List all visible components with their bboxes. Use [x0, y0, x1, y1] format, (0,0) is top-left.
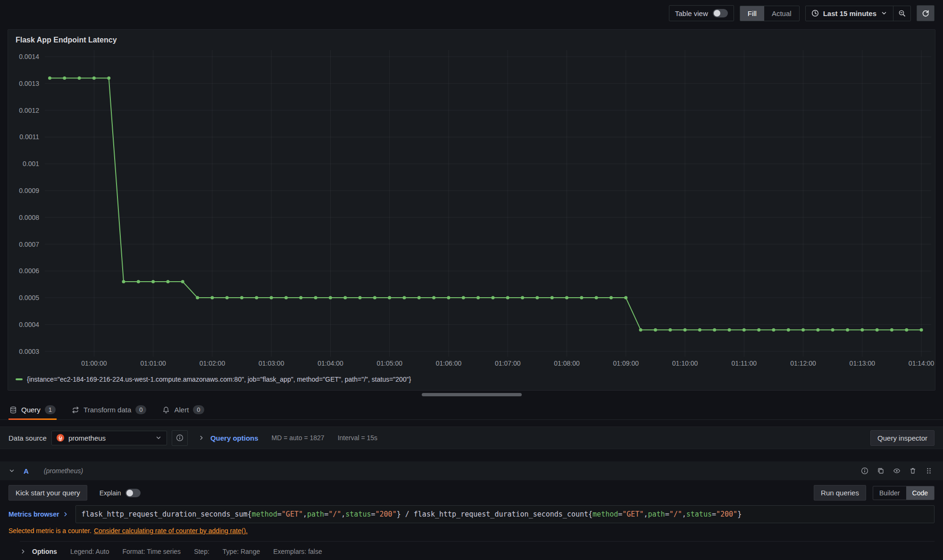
options-summary-item: Legend: Auto — [70, 548, 109, 555]
x-axis-tick-label: 01:05:00 — [376, 359, 402, 367]
tab-query[interactable]: Query 1 — [8, 400, 57, 419]
promql-token: { — [588, 510, 593, 518]
y-axis-tick-label: 0.0012 — [19, 107, 39, 114]
x-axis-tick-label: 01:11:00 — [732, 359, 757, 367]
hide-query-icon[interactable] — [893, 467, 901, 475]
y-axis: 0.00140.00130.00120.00110.0010.00090.000… — [8, 50, 45, 357]
y-axis-tick-label: 0.0008 — [19, 214, 39, 221]
table-view-control: Table view — [669, 5, 734, 21]
y-axis-tick-label: 0.0009 — [19, 187, 39, 194]
editor-tabs: Query 1 Transform data 0 Alert 0 — [0, 400, 943, 420]
duplicate-query-icon[interactable] — [877, 467, 885, 475]
chart-legend[interactable]: {instance="ec2-184-169-216-224.us-west-1… — [8, 371, 935, 383]
tab-alert[interactable]: Alert 0 — [161, 400, 205, 419]
y-axis-tick-label: 0.0006 — [19, 267, 39, 275]
tab-transform-data[interactable]: Transform data 0 — [71, 400, 147, 419]
promql-token: , — [303, 510, 307, 518]
zoom-out-icon — [898, 9, 906, 17]
query-options-toggle[interactable]: Query options MD = auto = 1827 Interval … — [198, 434, 377, 442]
options-summary: Legend: AutoFormat: Time seriesStep:Type… — [57, 548, 322, 555]
x-axis-tick-label: 01:01:00 — [140, 359, 166, 367]
query-datasource-hint: (prometheus) — [44, 467, 83, 475]
time-range-label: Last 15 minutes — [823, 9, 876, 17]
options-summary-item: Format: Time series — [122, 548, 181, 555]
code-button[interactable]: Code — [906, 486, 934, 500]
promql-token: = — [665, 510, 669, 518]
refresh-button[interactable] — [917, 5, 935, 21]
query-help-icon[interactable] — [861, 467, 868, 475]
x-axis-tick-label: 01:03:00 — [259, 359, 284, 367]
counter-warning: Selected metric is a counter.Consider ca… — [8, 527, 935, 535]
promql-token: } — [397, 510, 401, 518]
delete-query-icon[interactable] — [909, 467, 917, 475]
tab-alert-badge: 0 — [193, 405, 204, 414]
query-expression-input[interactable]: flask_http_request_duration_seconds_sum{… — [75, 505, 935, 523]
series-legend-label[interactable]: {instance="ec2-184-169-216-224.us-west-1… — [27, 376, 411, 383]
options-summary-item: Step: — [194, 548, 209, 555]
query-options-row[interactable]: Options Legend: AutoFormat: Time seriesS… — [20, 541, 935, 555]
promql-token: status — [345, 510, 371, 518]
promql-token: = — [277, 510, 282, 518]
chevron-down-icon — [155, 435, 162, 441]
actual-button[interactable]: Actual — [764, 6, 799, 21]
tab-query-label: Query — [21, 406, 41, 414]
promql-token: = — [618, 510, 622, 518]
options-label[interactable]: Options — [32, 548, 57, 555]
chevron-down-icon — [881, 10, 887, 17]
x-axis-tick-label: 01:10:00 — [672, 359, 698, 367]
database-icon — [9, 406, 17, 414]
kick-start-query-button[interactable]: Kick start your query — [8, 485, 87, 501]
plot-region[interactable] — [45, 50, 931, 357]
table-view-toggle[interactable] — [713, 9, 728, 17]
tab-query-badge: 1 — [45, 405, 56, 414]
metrics-browser-toggle[interactable]: Metrics browser — [8, 507, 75, 522]
zoom-out-button[interactable] — [893, 6, 910, 21]
x-axis-tick-label: 01:14:00 — [909, 359, 935, 367]
data-source-picker[interactable]: prometheus — [51, 431, 167, 445]
promql-token: method — [252, 510, 277, 518]
clock-icon — [811, 9, 819, 17]
builder-button[interactable]: Builder — [873, 486, 906, 500]
collapse-query-icon[interactable] — [8, 468, 15, 474]
pane-resize-handle[interactable] — [422, 393, 522, 396]
chevron-right-icon[interactable] — [20, 548, 26, 555]
chevron-right-icon — [198, 435, 205, 441]
series-color-dash — [16, 378, 23, 380]
query-row-header[interactable]: A (prometheus) — [0, 461, 943, 480]
promql-token: "200" — [716, 510, 737, 518]
data-source-label: Data source — [8, 434, 47, 442]
explain-control: Explain — [100, 489, 141, 497]
y-axis-tick-label: 0.0013 — [19, 80, 39, 87]
x-axis: 01:00:0001:01:0001:02:0001:03:0001:04:00… — [45, 359, 931, 371]
x-axis-tick-label: 01:12:00 — [790, 359, 816, 367]
fill-button[interactable]: Fill — [740, 6, 764, 21]
time-controls-group: Last 15 minutes — [805, 6, 911, 21]
tab-transform-badge: 0 — [135, 405, 146, 414]
data-source-value: prometheus — [68, 434, 151, 442]
options-summary-item: Type: Range — [223, 548, 260, 555]
explain-toggle[interactable] — [125, 489, 141, 497]
y-axis-tick-label: 0.0003 — [19, 348, 39, 355]
promql-token: status — [686, 510, 712, 518]
promql-token: = — [371, 510, 375, 518]
query-inspector-button[interactable]: Query inspector — [870, 430, 935, 446]
panel-edit-toolbar: Table view Fill Actual Last 15 minutes — [0, 0, 943, 26]
tab-transform-label: Transform data — [83, 406, 131, 414]
query-row-actions — [861, 467, 933, 475]
time-range-picker[interactable]: Last 15 minutes — [806, 6, 893, 21]
max-data-points-text: MD = auto = 1827 — [272, 434, 325, 442]
fill-actual-group: Fill Actual — [740, 6, 800, 21]
latency-line-chart — [45, 50, 931, 357]
table-view-label: Table view — [675, 9, 708, 17]
warning-rate-link[interactable]: Consider calculating rate of counter by … — [94, 527, 248, 535]
run-queries-button[interactable]: Run queries — [814, 485, 866, 501]
x-axis-tick-label: 01:08:00 — [554, 359, 580, 367]
warning-text: Selected metric is a counter. — [8, 527, 92, 535]
drag-handle-icon[interactable] — [925, 467, 933, 475]
toggle-knob — [714, 10, 720, 17]
options-summary-item: Exemplars: false — [273, 548, 322, 555]
datasource-bar: Data source prometheus Query options MD … — [0, 426, 943, 449]
data-source-help-button[interactable] — [172, 430, 188, 446]
chart-area: 0.00140.00130.00120.00110.0010.00090.000… — [8, 50, 935, 357]
promql-token: = — [324, 510, 328, 518]
